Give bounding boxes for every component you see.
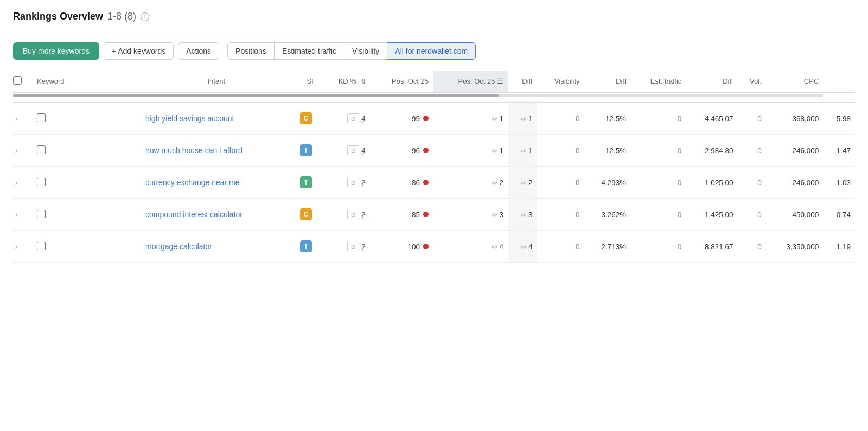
pos1-value: 3: [500, 211, 504, 219]
row-checkbox[interactable]: [37, 113, 46, 122]
col-header-diff3: Diff: [686, 71, 737, 92]
table-row: › currency exchange near me T ⊡ 2 86 ⇔: [13, 167, 855, 199]
diff1-value: 0: [537, 167, 584, 199]
tab-all-for[interactable]: All for nerdwallet.com: [387, 42, 476, 60]
keyword-link[interactable]: how much house can i afford: [145, 146, 242, 155]
keyword-link[interactable]: compound interest calculator: [145, 210, 242, 219]
visibility-value: 2.713%: [584, 231, 631, 263]
sf-serp-icon: ⊡: [347, 113, 359, 123]
table-header-row: Keyword Intent SF KD % ⇅ Pos. Oct 25 Pos…: [13, 71, 855, 92]
col-header-kd[interactable]: KD % ⇅: [320, 71, 369, 92]
row-checkbox[interactable]: [37, 145, 46, 154]
link-icon-1: ⇔: [492, 179, 497, 187]
tab-positions[interactable]: Positions: [227, 42, 275, 60]
add-keywords-button[interactable]: + Add keywords: [104, 42, 174, 60]
row-expander[interactable]: ›: [13, 113, 20, 125]
rankings-table: Keyword Intent SF KD % ⇅ Pos. Oct 25 Pos…: [13, 71, 855, 263]
scroll-track[interactable]: [13, 94, 823, 97]
tab-visibility[interactable]: Visibility: [344, 42, 387, 60]
kd-value: 99: [412, 115, 420, 123]
row-checkbox[interactable]: [37, 178, 46, 186]
col-header-diff1: Diff: [508, 71, 537, 92]
link-icon-2: ⇔: [520, 147, 526, 155]
pos1-value: 1: [500, 115, 504, 123]
sf-serp-icon: ⊡: [347, 145, 359, 155]
intent-badge: T: [300, 176, 312, 188]
link-icon-2: ⇔: [520, 115, 526, 123]
pos2-value: 3: [528, 211, 533, 219]
col-header-pos1[interactable]: Pos. Oct 25: [370, 71, 433, 92]
kd-cell: 86: [374, 179, 429, 187]
vol-value: 246,000: [766, 167, 824, 199]
kd-difficulty-dot: [423, 180, 429, 185]
est-traffic-value: 2,984.80: [686, 135, 737, 167]
intent-badge: C: [300, 112, 312, 124]
table-row: › compound interest calculator C ⊡ 2 85 …: [13, 199, 855, 231]
col-header-vol: Vol.: [737, 71, 765, 92]
cpc-value: 1.19: [823, 231, 855, 263]
sf-cell: ⊡ 4: [324, 113, 365, 123]
diff1-value: 0: [537, 135, 584, 167]
buy-keywords-button[interactable]: Buy more keywords: [13, 42, 99, 60]
col-header-pos2[interactable]: Pos. Oct 25 ☰: [433, 71, 508, 92]
pos2-value: 2: [528, 179, 533, 187]
table-row: › high yield savings account C ⊡ 4 99 ⇔: [13, 102, 855, 135]
page-title: Rankings Overview: [13, 11, 103, 22]
sf-number: 4: [361, 147, 365, 155]
pos2-cell: ⇔ 1: [512, 147, 532, 155]
kd-difficulty-dot: [423, 116, 429, 121]
pos2-cell: ⇔ 2: [512, 179, 532, 187]
row-expander[interactable]: ›: [13, 145, 20, 157]
col-header-est-traffic: Est. traffic: [630, 71, 686, 92]
col-header-intent: Intent: [141, 71, 291, 92]
sf-number: 2: [361, 243, 365, 251]
diff2-value: 0: [630, 199, 686, 231]
diff3-value: 0: [737, 135, 765, 167]
col-header-visibility: Visibility: [537, 71, 584, 92]
row-expander[interactable]: ›: [13, 177, 20, 189]
tab-estimated-traffic[interactable]: Estimated traffic: [274, 42, 344, 60]
link-icon-2: ⇔: [520, 211, 526, 219]
link-icon-1: ⇔: [492, 115, 497, 123]
table-row: › how much house can i afford I ⊡ 4 96 ⇔: [13, 135, 855, 167]
keyword-link[interactable]: currency exchange near me: [145, 178, 240, 187]
pos2-filter-icon: ☰: [497, 77, 503, 85]
sf-number: 2: [361, 211, 365, 219]
kd-cell: 96: [374, 147, 429, 155]
info-icon[interactable]: i: [141, 12, 149, 21]
pos2-cell: ⇔ 3: [512, 211, 532, 219]
keyword-link[interactable]: high yield savings account: [145, 114, 234, 123]
link-icon-1: ⇔: [492, 211, 497, 219]
sf-number: 4: [361, 115, 365, 123]
visibility-value: 12.5%: [584, 102, 631, 135]
intent-badge: C: [300, 208, 312, 220]
diff2-value: 0: [630, 167, 686, 199]
link-icon-1: ⇔: [492, 243, 497, 251]
row-checkbox[interactable]: [37, 242, 46, 250]
keyword-link[interactable]: mortgage calculator: [145, 242, 212, 251]
cpc-value: 1.03: [823, 167, 855, 199]
actions-button[interactable]: Actions: [178, 42, 219, 60]
diff3-value: 0: [737, 231, 765, 263]
pos2-value: 1: [528, 147, 533, 155]
kd-value: 96: [412, 147, 420, 155]
vol-value: 3,350,000: [766, 231, 824, 263]
pos1-value: 1: [500, 147, 504, 155]
col-header-diff2: Diff: [584, 71, 631, 92]
diff3-value: 0: [737, 199, 765, 231]
kd-difficulty-dot: [423, 244, 429, 249]
sf-cell: ⊡ 2: [324, 210, 365, 219]
select-all-checkbox[interactable]: [13, 76, 22, 85]
diff2-value: 0: [630, 102, 686, 135]
row-checkbox[interactable]: [37, 210, 46, 218]
pos1-cell: ⇔ 4: [437, 243, 503, 251]
kd-value: 100: [407, 243, 420, 251]
table-row: › mortgage calculator I ⊡ 2 100 ⇔ 4: [13, 231, 855, 263]
row-expander[interactable]: ›: [13, 241, 20, 253]
sf-serp-icon: ⊡: [347, 210, 359, 219]
col-header-sf: SF: [291, 71, 320, 92]
sf-cell: ⊡ 2: [324, 178, 365, 187]
est-traffic-value: 8,821.67: [686, 231, 737, 263]
row-expander[interactable]: ›: [13, 209, 20, 221]
sf-number: 2: [361, 179, 365, 187]
